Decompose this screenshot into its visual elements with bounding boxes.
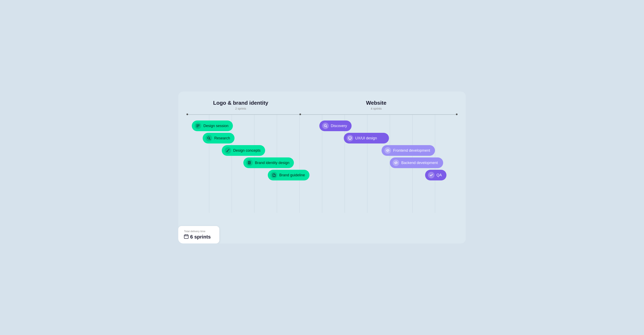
ux-ui-design-label: UX/UI design bbox=[355, 136, 377, 140]
svg-rect-2 bbox=[196, 127, 198, 127]
brand-identity-design-icon bbox=[246, 159, 253, 166]
discovery-label: Discovery bbox=[331, 124, 347, 128]
research-label: Research bbox=[214, 136, 230, 140]
frontend-development-icon bbox=[384, 147, 391, 154]
task-research[interactable]: Research bbox=[203, 133, 234, 143]
timeline-line bbox=[186, 114, 458, 115]
svg-rect-0 bbox=[196, 125, 200, 125]
svg-rect-1 bbox=[196, 126, 200, 126]
brand-identity-design-label: Brand identity design bbox=[255, 161, 289, 165]
grid-line-8 bbox=[367, 114, 368, 213]
discovery-icon bbox=[322, 123, 329, 129]
ux-ui-design-icon bbox=[347, 135, 353, 141]
svg-rect-9 bbox=[348, 137, 351, 139]
task-discovery[interactable]: Discovery bbox=[319, 120, 352, 131]
backend-development-label: Backend development bbox=[401, 161, 438, 165]
timeline-area: Design session Research bbox=[186, 114, 458, 213]
design-concepts-label: Design concepts bbox=[233, 148, 260, 153]
qa-icon bbox=[428, 172, 434, 178]
delivery-value: 6 sprints bbox=[184, 234, 214, 240]
main-container: Logo & brand identity 2 sprints Website … bbox=[178, 91, 466, 244]
task-ux-ui-design[interactable]: UX/UI design bbox=[344, 133, 389, 143]
design-concepts-icon bbox=[225, 147, 231, 154]
design-session-icon bbox=[195, 123, 201, 129]
section-logo-brand: Logo & brand identity 2 sprints bbox=[186, 100, 295, 110]
task-frontend-development[interactable]: Frontend development bbox=[382, 145, 435, 156]
section-logo-brand-sprints: 2 sprints bbox=[186, 107, 295, 110]
delivery-label: Total delivery time bbox=[184, 230, 214, 233]
task-backend-development[interactable]: Backend development bbox=[390, 157, 443, 168]
calendar-icon bbox=[184, 234, 188, 240]
task-design-session[interactable]: Design session bbox=[192, 120, 233, 131]
research-icon bbox=[206, 135, 212, 141]
design-session-label: Design session bbox=[203, 124, 228, 128]
svg-point-5 bbox=[227, 151, 228, 152]
brand-guideline-icon bbox=[271, 172, 277, 178]
section-website: Website 4 sprints bbox=[295, 100, 458, 110]
qa-label: QA bbox=[436, 173, 442, 177]
tasks-area: Design session Research bbox=[186, 114, 458, 213]
task-brand-identity-design[interactable]: Brand identity design bbox=[243, 157, 294, 168]
section-logo-brand-title: Logo & brand identity bbox=[186, 100, 295, 106]
task-brand-guideline[interactable]: Brand guideline bbox=[268, 170, 310, 180]
svg-line-8 bbox=[326, 126, 327, 127]
brand-guideline-label: Brand guideline bbox=[279, 173, 305, 177]
delivery-value-text: 6 sprints bbox=[190, 234, 211, 240]
task-design-concepts[interactable]: Design concepts bbox=[222, 145, 265, 156]
task-qa[interactable]: QA bbox=[425, 170, 446, 180]
svg-rect-10 bbox=[184, 235, 188, 239]
frontend-development-label: Frontend development bbox=[393, 148, 430, 153]
section-website-title: Website bbox=[295, 100, 458, 106]
backend-development-icon bbox=[393, 159, 399, 166]
section-website-sprints: 4 sprints bbox=[295, 107, 458, 110]
svg-line-4 bbox=[210, 139, 210, 140]
sections-header: Logo & brand identity 2 sprints Website … bbox=[186, 100, 458, 110]
delivery-box: Total delivery time 6 sprints bbox=[178, 226, 219, 244]
